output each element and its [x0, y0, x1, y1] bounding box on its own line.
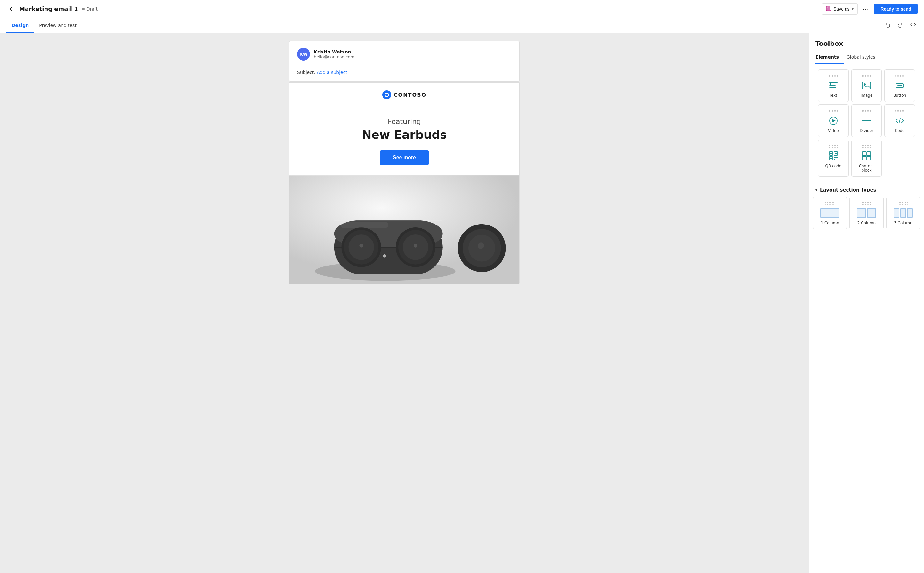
element-button[interactable]: Button	[884, 69, 915, 102]
element-video[interactable]: Video	[818, 105, 849, 137]
button-icon	[894, 80, 905, 91]
video-icon	[828, 116, 838, 126]
layout-1-column[interactable]: 1 Column	[813, 197, 847, 229]
drag-dots	[829, 75, 838, 77]
drag-dots	[899, 202, 908, 205]
element-divider[interactable]: Divider	[851, 105, 882, 137]
element-image[interactable]: Image	[851, 69, 882, 102]
email-hero: Featuring New Earbuds See more	[289, 107, 519, 175]
layout-2-column-preview	[857, 208, 876, 218]
drag-dots	[862, 75, 871, 77]
drag-dots	[826, 202, 834, 205]
element-text[interactable]: Text	[818, 69, 849, 102]
layout-3-column-preview	[894, 208, 913, 218]
svg-rect-18	[334, 220, 443, 221]
toolbox-title: Toolbox	[816, 40, 843, 47]
image-label: Image	[861, 93, 873, 98]
layout-1-column-preview	[820, 208, 840, 218]
undo-button[interactable]	[883, 20, 892, 31]
element-content-block[interactable]: Content block	[851, 139, 882, 177]
toolbox-tabs: Elements Global styles	[809, 51, 924, 64]
sender-row: KW Kristin Watson hello@contoso.com	[297, 48, 511, 66]
product-title: New Earbuds	[302, 128, 507, 141]
divider-icon	[861, 116, 871, 126]
redo-icon	[897, 22, 904, 28]
svg-rect-1	[827, 6, 830, 8]
tabbar-right	[883, 20, 918, 31]
sender-name: Kristin Watson	[314, 49, 355, 55]
svg-rect-27	[830, 82, 831, 86]
more-options-button[interactable]: ···	[860, 4, 872, 14]
svg-rect-41	[834, 157, 836, 158]
toolbox-header: Toolbox ⋯	[809, 33, 924, 47]
drag-dots	[862, 145, 871, 148]
svg-rect-36	[830, 153, 832, 154]
element-qr-code[interactable]: QR code	[818, 139, 849, 177]
svg-point-16	[414, 244, 417, 247]
avatar: KW	[297, 48, 310, 61]
save-as-button[interactable]: Save as ▾	[822, 3, 858, 15]
canvas-area: KW Kristin Watson hello@contoso.com Subj…	[0, 33, 809, 573]
drag-dots	[895, 75, 904, 77]
chevron-down-icon: ▾	[852, 7, 854, 11]
save-icon	[826, 5, 832, 13]
svg-rect-2	[827, 8, 830, 10]
layout-grid: 1 Column 2 Column	[809, 197, 924, 235]
toolbox: Toolbox ⋯ Elements Global styles	[809, 33, 924, 573]
draft-status-dot	[82, 8, 84, 10]
see-more-button[interactable]: See more	[380, 150, 429, 165]
code-view-button[interactable]	[908, 20, 918, 31]
earbuds-svg	[289, 175, 519, 284]
svg-point-23	[383, 254, 386, 258]
redo-button[interactable]	[896, 20, 905, 31]
toolbox-more-button[interactable]: ⋯	[911, 40, 918, 47]
undo-icon	[884, 22, 891, 28]
add-subject-link[interactable]: Add a subject	[317, 70, 347, 75]
svg-point-12	[359, 244, 363, 247]
svg-point-29	[864, 83, 866, 85]
code-element-icon	[894, 116, 905, 126]
drag-dots	[829, 110, 838, 113]
drag-dots	[829, 145, 838, 148]
sender-info: Kristin Watson hello@contoso.com	[314, 49, 355, 59]
elements-grid: Text Image	[814, 69, 919, 177]
back-button[interactable]	[6, 5, 16, 13]
draft-label: Draft	[86, 6, 98, 11]
toolbox-tab-global-styles[interactable]: Global styles	[846, 51, 880, 64]
email-logo-section: CONTOSO	[289, 83, 519, 107]
layout-1-column-label: 1 Column	[821, 221, 839, 225]
toolbox-tab-elements[interactable]: Elements	[816, 51, 844, 64]
brand-name: CONTOSO	[394, 92, 427, 98]
topbar-left: Marketing email 1 Draft	[6, 5, 98, 13]
svg-rect-40	[830, 158, 832, 159]
elements-section: Text Image	[809, 64, 924, 182]
earbuds-image-section	[289, 175, 519, 284]
content-block-label: Content block	[854, 164, 879, 173]
contoso-logo-icon	[382, 90, 391, 99]
element-code[interactable]: Code	[884, 105, 915, 137]
more-dots-icon: ···	[863, 5, 869, 12]
tabs: Design Preview and test	[6, 19, 82, 32]
layout-2-column[interactable]: 2 Column	[849, 197, 883, 229]
tab-preview[interactable]: Preview and test	[34, 19, 82, 33]
code-icon	[910, 22, 916, 28]
main-layout: KW Kristin Watson hello@contoso.com Subj…	[0, 33, 924, 573]
svg-rect-17	[341, 222, 389, 228]
text-label: Text	[830, 93, 837, 98]
video-label: Video	[828, 128, 839, 133]
svg-rect-45	[867, 152, 871, 156]
svg-rect-26	[829, 87, 836, 88]
topbar-right: Save as ▾ ··· Ready to send	[822, 3, 918, 15]
drag-dots	[895, 110, 904, 113]
svg-rect-44	[862, 152, 866, 156]
tab-design[interactable]: Design	[6, 19, 34, 33]
text-icon	[828, 80, 838, 91]
save-as-label: Save as	[833, 6, 850, 11]
svg-rect-46	[862, 156, 866, 160]
code-label: Code	[895, 128, 905, 133]
layout-3-column[interactable]: 3 Column	[886, 197, 920, 229]
drag-dots	[862, 202, 871, 205]
subject-row: Subject: Add a subject	[297, 66, 511, 75]
layout-section-header[interactable]: ▾ Layout section types	[809, 182, 924, 197]
ready-to-send-button[interactable]: Ready to send	[874, 4, 918, 14]
